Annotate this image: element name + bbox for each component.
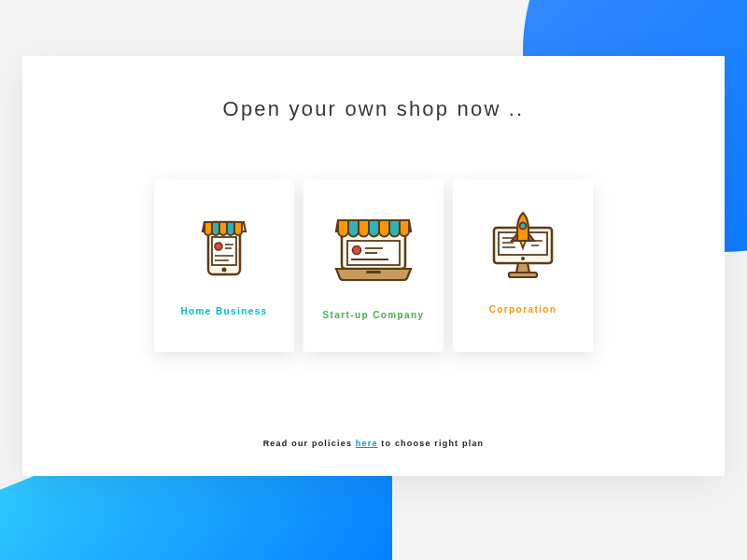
- card-label: Corporation: [489, 304, 557, 315]
- svg-point-17: [521, 257, 525, 260]
- svg-point-11: [353, 246, 361, 255]
- policy-text: Read our policies here to choose right p…: [263, 439, 485, 448]
- policy-post: to choose right plan: [378, 439, 485, 448]
- page-heading: Open your own shop now ..: [223, 97, 525, 121]
- mobile-shop-icon: [191, 209, 257, 280]
- svg-point-3: [215, 243, 222, 250]
- svg-rect-18: [509, 273, 537, 277]
- laptop-shop-icon: [329, 209, 418, 287]
- card-corporation[interactable]: Corporation: [453, 179, 593, 352]
- card-label: Home Business: [180, 306, 267, 316]
- policy-pre: Read our policies: [263, 439, 356, 448]
- svg-point-2: [222, 268, 227, 273]
- card-startup-company[interactable]: Start-up Company: [303, 179, 444, 352]
- desktop-rocket-icon: [483, 209, 563, 282]
- card-label: Start-up Company: [322, 310, 424, 320]
- main-panel: Open your own shop now ..: [22, 56, 725, 476]
- svg-rect-10: [366, 271, 381, 273]
- policy-link[interactable]: here: [356, 439, 378, 448]
- plan-cards: Home Business: [154, 179, 593, 352]
- card-home-business[interactable]: Home Business: [154, 179, 294, 352]
- svg-point-24: [520, 223, 527, 230]
